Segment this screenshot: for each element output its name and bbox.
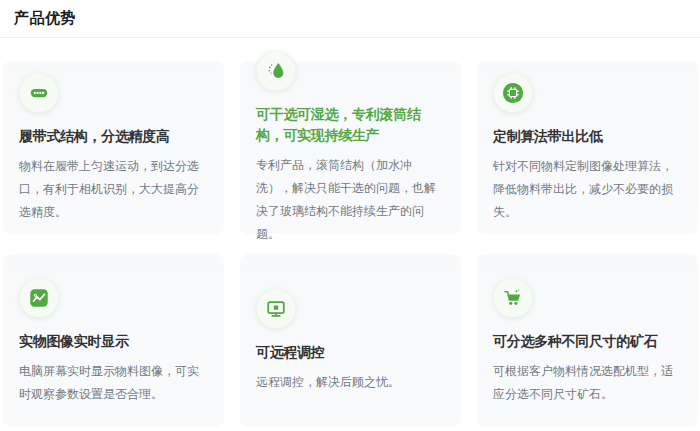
- card-description: 远程调控，解决后顾之忧。: [256, 371, 445, 394]
- feature-card-track-structure: 履带式结构，分选精度高 物料在履带上匀速运动，到达分选口，有利于相机识别，大大提…: [3, 61, 224, 234]
- water-droplet-icon: [256, 51, 296, 91]
- card-description: 物料在履带上匀速运动，到达分选口，有利于相机识别，大大提高分选精度。: [19, 155, 208, 223]
- card-description: 专利产品，滚筒结构（加水冲洗），解决只能干选的问题，也解决了玻璃结构不能持续生产…: [256, 154, 445, 245]
- ore-cart-icon: [493, 278, 533, 318]
- feature-card-realtime-display: 实物图像实时显示 电脑屏幕实时显示物料图像，可实时观察参数设置是否合理。: [3, 254, 224, 427]
- card-title: 可分选多种不同尺寸的矿石: [493, 331, 682, 352]
- card-title: 实物图像实时显示: [19, 331, 208, 352]
- feature-card-remote-control: 可远程调控 远程调控，解决后顾之忧。: [240, 254, 461, 427]
- card-title: 履带式结构，分选精度高: [19, 126, 208, 147]
- feature-card-multi-size-ore: 可分选多种不同尺寸的矿石 可根据客户物料情况选配机型，适应分选不同尺寸矿石。: [477, 254, 698, 427]
- card-description: 电脑屏幕实时显示物料图像，可实时观察参数设置是否合理。: [19, 360, 208, 406]
- card-description: 针对不同物料定制图像处理算法，降低物料带出比，减少不必要的损失。: [493, 155, 682, 223]
- realtime-chart-icon: [19, 278, 59, 318]
- track-belt-icon: [19, 73, 59, 113]
- feature-card-dry-wet-selection: 可干选可湿选，专利滚筒结构，可实现持续生产 专利产品，滚筒结构（加水冲洗），解决…: [240, 61, 461, 234]
- card-title: 可干选可湿选，专利滚筒结构，可实现持续生产: [256, 104, 445, 146]
- card-description: 可根据客户物料情况选配机型，适应分选不同尺寸矿石。: [493, 360, 682, 406]
- card-title: 可远程调控: [256, 342, 445, 363]
- card-title: 定制算法带出比低: [493, 126, 682, 147]
- remote-monitor-icon: [256, 289, 296, 329]
- algorithm-chip-icon: [493, 73, 533, 113]
- page-title: 产品优势: [0, 0, 700, 38]
- feature-card-custom-algorithm: 定制算法带出比低 针对不同物料定制图像处理算法，降低物料带出比，减少不必要的损失…: [477, 61, 698, 234]
- feature-cards-grid: 履带式结构，分选精度高 物料在履带上匀速运动，到达分选口，有利于相机识别，大大提…: [3, 61, 698, 427]
